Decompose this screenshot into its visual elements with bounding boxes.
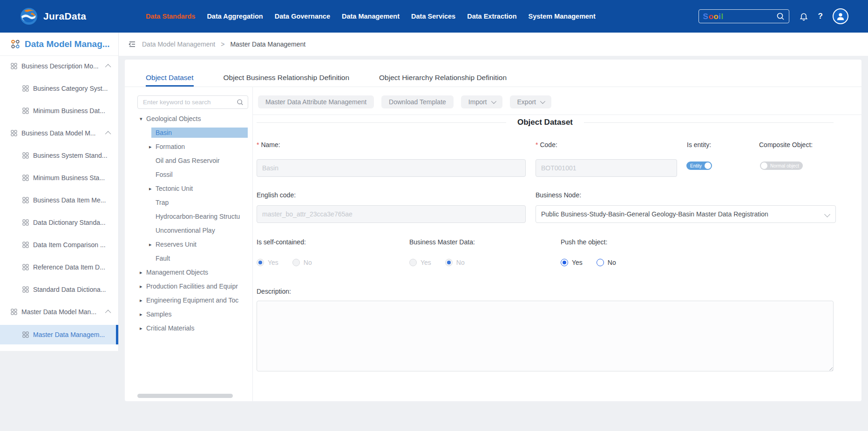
sidebar-item-minimum-business-standard[interactable]: Minimum Business Sta... <box>0 168 118 187</box>
global-search-input[interactable]: S o o i l <box>698 9 789 23</box>
radio-icon[interactable] <box>561 259 568 266</box>
caret-right-icon[interactable]: ▸ <box>149 242 156 247</box>
nav-item-system-management[interactable]: System Management <box>529 13 596 20</box>
required-asterisk: * <box>536 141 538 148</box>
caret-right-icon[interactable]: ▸ <box>140 284 146 289</box>
tree-item-label: Formation <box>156 141 248 152</box>
sidebar-item-reference-data-item[interactable]: Reference Data Item D... <box>0 258 118 276</box>
sidebar-item-standard-data-dictionary[interactable]: Standard Data Dictiona... <box>0 280 118 299</box>
category-grid-icon <box>11 63 17 69</box>
data-model-icon <box>10 39 20 49</box>
radio-option-no[interactable]: No <box>597 259 616 266</box>
tree-item-production-facilities-and-equipment[interactable]: ▸Production Facilities and Equipr <box>125 281 252 291</box>
nav-item-data-services[interactable]: Data Services <box>411 13 455 20</box>
sidebar-item-label: Business Data Item Me... <box>33 196 106 204</box>
description-field[interactable] <box>257 301 834 371</box>
sidebar-item-business-system-standard[interactable]: Business System Stand... <box>0 146 118 165</box>
sidebar-item-business-data-model-management[interactable]: Business Data Model M... <box>0 124 118 142</box>
sidebar-item-label: Minimum Business Dat... <box>33 107 105 114</box>
sidebar-header: Data Model Manag... <box>0 33 119 56</box>
tree-item-label: Oil and Gas Reservoir <box>156 155 248 166</box>
import-button[interactable]: Import <box>461 95 502 108</box>
chevron-down-icon <box>824 211 830 217</box>
radio-icon[interactable] <box>597 259 604 266</box>
export-button[interactable]: Export <box>510 95 551 108</box>
notifications-bell-icon[interactable] <box>799 12 808 21</box>
help-icon[interactable]: ? <box>818 12 823 21</box>
breadcrumb-current[interactable]: Master Data Management <box>230 40 305 48</box>
sidebar-item-minimum-business-data[interactable]: Minimum Business Dat... <box>0 101 118 120</box>
category-grid-icon <box>22 108 29 114</box>
tab-object-dataset[interactable]: Object Dataset <box>146 74 194 87</box>
tab-object-business-relationship-definition[interactable]: Object Business Relationship Definition <box>224 74 350 87</box>
menu-fold-icon[interactable] <box>128 40 136 48</box>
caret-right-icon[interactable]: ▸ <box>140 326 146 331</box>
tree-item-trap[interactable]: Trap <box>125 197 252 208</box>
tree-item-hydrocarbon-bearing-structure[interactable]: Hydrocarbon-Bearing Structu <box>125 211 252 222</box>
sidebar-item-label: Standard Data Dictiona... <box>33 286 106 293</box>
sidebar-item-label: Business Data Model M... <box>21 129 96 137</box>
section-divider: Object Dataset <box>257 118 834 127</box>
nav-item-data-standards[interactable]: Data Standards <box>146 13 195 20</box>
download-template-button[interactable]: Download Template <box>381 95 454 108</box>
tree-search-input[interactable] <box>142 98 237 106</box>
sidebar-item-data-dictionary-standard[interactable]: Data Dictionary Standa... <box>0 213 118 232</box>
category-grid-icon <box>22 175 29 181</box>
sidebar-item-label: Master Data Model Man... <box>21 308 96 316</box>
sidebar-item-label: Business Description Mo... <box>21 62 99 70</box>
tree-item-fossil[interactable]: Fossil <box>125 169 252 180</box>
nav-item-data-aggregation[interactable]: Data Aggregation <box>207 13 263 20</box>
tree-item-fault[interactable]: Fault <box>125 253 252 263</box>
search-icon[interactable] <box>776 12 785 20</box>
caret-right-icon[interactable]: ▸ <box>140 270 146 275</box>
nav-item-data-extraction[interactable]: Data Extraction <box>467 13 516 20</box>
sidebar-item-business-description-model[interactable]: Business Description Mo... <box>0 57 118 75</box>
breadcrumb-parent[interactable]: Data Model Management <box>142 40 215 48</box>
tree-item-oil-and-gas-reservoir[interactable]: Oil and Gas Reservoir <box>125 155 252 166</box>
nav-item-data-management[interactable]: Data Management <box>342 13 400 20</box>
tree-item-label: Production Facilities and Equipr <box>146 281 248 291</box>
tree-item-management-objects[interactable]: ▸Management Objects <box>125 267 252 277</box>
radio-option-yes[interactable]: Yes <box>561 259 583 266</box>
business-node-select[interactable]: Public Business-Study-Basin-General Geol… <box>536 205 836 223</box>
sidebar-title: Data Model Manag... <box>25 39 110 49</box>
navbar-right: S o o i l ? <box>698 8 868 24</box>
sidebar-item-master-data-model-management[interactable]: Master Data Model Man... <box>0 303 118 321</box>
search-icon[interactable] <box>237 99 244 106</box>
tree-item-critical-materials[interactable]: ▸Critical Materials <box>125 323 252 333</box>
caret-right-icon[interactable]: ▸ <box>140 298 146 303</box>
caret-right-icon[interactable]: ▸ <box>140 312 146 317</box>
tree-item-formation[interactable]: ▸Formation <box>125 141 252 152</box>
category-grid-icon <box>22 219 29 226</box>
tree-item-label: Reserves Unit <box>156 239 248 249</box>
tree-item-tectonic-unit[interactable]: ▸Tectonic Unit <box>125 183 252 194</box>
sidebar-item-business-data-item-metadata[interactable]: Business Data Item Me... <box>0 191 118 209</box>
business-node-label: Business Node: <box>536 191 581 199</box>
sidebar-item-master-data-management[interactable]: Master Data Managem... <box>0 325 118 344</box>
tree-item-unconventional-play[interactable]: Unconventional Play <box>125 225 252 236</box>
nav-item-data-governance[interactable]: Data Governance <box>275 13 330 20</box>
tree-item-geological-objects[interactable]: ▾Geological Objects <box>125 114 252 124</box>
chevron-up-icon[interactable] <box>105 64 111 70</box>
tree-item-label: Unconventional Play <box>156 225 248 236</box>
object-tree: ▾Geological Objects Basin ▸Formation Oil… <box>125 114 252 337</box>
chevron-up-icon[interactable] <box>105 310 111 316</box>
caret-right-icon[interactable]: ▸ <box>149 144 156 149</box>
chevron-up-icon[interactable] <box>105 131 111 137</box>
caret-down-icon[interactable]: ▾ <box>140 116 146 121</box>
caret-right-icon[interactable]: ▸ <box>149 186 156 191</box>
tree-horizontal-scrollbar[interactable] <box>137 394 233 398</box>
tree-item-basin[interactable]: Basin <box>125 128 252 138</box>
tree-item-engineering-equipment-and-tools[interactable]: ▸Engineering Equipment and Toc <box>125 295 252 305</box>
tree-item-reserves-unit[interactable]: ▸Reserves Unit <box>125 239 252 249</box>
tab-object-hierarchy-relationship-definition[interactable]: Object Hierarchy Relationship Definition <box>379 74 507 87</box>
user-avatar[interactable] <box>833 8 848 24</box>
tree-item-label: Geological Objects <box>146 114 248 124</box>
radio-label: No <box>456 259 465 266</box>
sidebar-item-business-category-system[interactable]: Business Category Syst... <box>0 79 118 98</box>
master-data-attribute-management-button[interactable]: Master Data Attribute Management <box>258 95 374 108</box>
business-master-data-radio-group: Yes No <box>409 259 465 266</box>
tree-item-samples[interactable]: ▸Samples <box>125 309 252 319</box>
english-code-field <box>257 205 526 223</box>
sidebar-item-data-item-comparison[interactable]: Data Item Comparison ... <box>0 236 118 254</box>
